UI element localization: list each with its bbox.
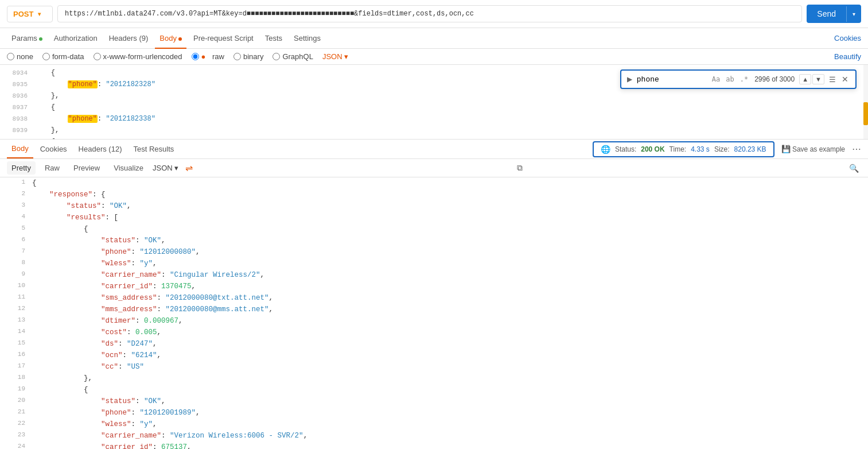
globe-icon: 🌐 — [601, 145, 610, 154]
send-button[interactable]: Send ▾ — [807, 5, 861, 23]
json-line-4: 4 "results": [ — [0, 212, 868, 223]
response-body-container: Pretty Raw Preview Visualize JSON ▾ ⇌ ⧉ … — [0, 159, 868, 449]
tab-authorization[interactable]: Authorization — [49, 28, 102, 48]
json-response-body[interactable]: 1 { 2 "response": { 3 "status": "OK", 4 … — [0, 177, 868, 449]
method-select[interactable]: POST ▾ — [7, 6, 53, 22]
word-wrap-btn[interactable]: ⇌ — [185, 162, 193, 173]
whole-word-btn[interactable]: ab — [724, 75, 735, 84]
json-line-22: 22 "wless": "y", — [0, 419, 868, 430]
tab-body[interactable]: Body — [155, 28, 186, 48]
tab-pre-request[interactable]: Pre-request Script — [189, 28, 258, 48]
json-line-9: 9 "carrier_name": "Cingular Wireless/2", — [0, 269, 868, 281]
resp-tab-body[interactable]: Body — [7, 140, 33, 158]
json-line-10: 10 "carrier_id": 1370475, — [0, 281, 868, 292]
response-meta: 🌐 Status: 200 OK Time: 4.33 s Size: 820.… — [593, 141, 861, 157]
json-line-2: 2 "response": { — [0, 189, 868, 200]
url-input[interactable] — [57, 5, 802, 22]
beautify-button[interactable]: Beautify — [834, 52, 861, 61]
json-line-23: 23 "carrier_name": "Verizon Wireless:600… — [0, 430, 868, 442]
code-line-8940: 8940 { — [0, 136, 868, 139]
radio-urlencoded[interactable]: x-www-form-urlencoded — [94, 52, 182, 61]
json-line-18: 18 }, — [0, 373, 868, 384]
code-line-8937: 8937 { — [0, 102, 868, 113]
json-line-15: 15 "ds": "D247", — [0, 338, 868, 350]
json-line-3: 3 "status": "OK", — [0, 200, 868, 212]
request-tabs: Params Authorization Headers (9) Body Pr… — [0, 28, 868, 49]
resp-tab-test-results[interactable]: Test Results — [129, 140, 178, 158]
body-dot — [178, 37, 182, 41]
json-line-13: 13 "dtimer": 0.000967, — [0, 315, 868, 327]
json-line-12: 12 "mms_address": "2012000080@mms.att.ne… — [0, 304, 868, 315]
json-line-8: 8 "wless": "y", — [0, 258, 868, 269]
url-bar: POST ▾ Send ▾ — [0, 0, 868, 28]
send-dropdown-icon: ▾ — [846, 6, 861, 22]
status-label: Status: — [615, 145, 636, 153]
json-line-19: 19 { — [0, 384, 868, 396]
resp-json-select[interactable]: JSON ▾ — [153, 164, 178, 172]
body-type-bar: none form-data x-www-form-urlencoded ● r… — [0, 49, 868, 65]
request-scrollbar[interactable] — [863, 65, 868, 139]
json-line-24: 24 "carrier_id": 675137, — [0, 442, 868, 449]
radio-graphql[interactable]: GraphQL — [273, 52, 313, 61]
method-label: POST — [13, 10, 33, 18]
search-input[interactable] — [637, 75, 706, 84]
copy-response-btn[interactable]: ⧉ — [515, 162, 525, 174]
cookies-link[interactable]: Cookies — [834, 34, 861, 42]
save-as-example-btn[interactable]: 💾 Save as example — [781, 145, 845, 153]
size-label: Size: — [714, 145, 730, 153]
time-value: 4.33 s — [691, 145, 710, 153]
request-scrollbar-thumb[interactable] — [863, 102, 868, 125]
response-tabs-bar: Body Cookies Headers (12) Test Results 🌐… — [0, 140, 868, 159]
regex-btn[interactable]: .* — [738, 75, 750, 84]
json-line-6: 6 "status": "OK", — [0, 235, 868, 246]
radio-raw[interactable]: ● raw — [192, 52, 224, 61]
code-line-8939: 8939 }, — [0, 125, 868, 136]
json-line-5: 5 { — [0, 223, 868, 235]
tab-settings[interactable]: Settings — [289, 28, 325, 48]
json-dropdown-icon: ▾ — [344, 52, 348, 61]
resp-tab-headers[interactable]: Headers (12) — [74, 140, 127, 158]
search-navigation: ▲ ▼ — [799, 74, 824, 84]
case-sensitive-btn[interactable]: Aa — [710, 75, 722, 84]
search-response-btn[interactable]: 🔍 — [847, 162, 861, 174]
method-dropdown-icon: ▾ — [38, 11, 41, 17]
json-format-select[interactable]: JSON ▾ — [322, 52, 348, 61]
more-options-btn[interactable]: ⋯ — [852, 144, 861, 154]
resp-raw-btn[interactable]: Raw — [40, 161, 64, 175]
response-format-bar: Pretty Raw Preview Visualize JSON ▾ ⇌ ⧉ … — [0, 159, 868, 177]
json-line-14: 14 "cost": 0.005, — [0, 327, 868, 338]
json-line-21: 21 "phone": "12012001989", — [0, 407, 868, 419]
radio-binary[interactable]: binary — [233, 52, 263, 61]
send-label: Send — [807, 5, 846, 23]
code-line-8938: 8938 "phone": "2012182338" — [0, 113, 868, 125]
save-icon: 💾 — [781, 145, 791, 153]
search-close-btn[interactable]: ✕ — [840, 75, 850, 84]
tab-params[interactable]: Params — [7, 28, 47, 48]
tab-tests[interactable]: Tests — [260, 28, 287, 48]
json-line-7: 7 "phone": "12012000080", — [0, 246, 868, 258]
json-line-20: 20 "status": "OK", — [0, 396, 868, 407]
json-line-17: 17 "cc": "US" — [0, 361, 868, 373]
search-count: 2996 of 3000 — [754, 75, 795, 83]
search-menu-icon[interactable]: ☰ — [829, 75, 836, 84]
status-box: 🌐 Status: 200 OK Time: 4.33 s Size: 820.… — [593, 141, 774, 157]
tab-headers[interactable]: Headers (9) — [104, 28, 153, 48]
radio-none[interactable]: none — [7, 52, 33, 61]
json-line-11: 11 "sms_address": "2012000080@txt.att.ne… — [0, 292, 868, 304]
search-box: ▶ Aa ab .* 2996 of 3000 ▲ ▼ ☰ ✕ — [620, 69, 857, 89]
resp-visualize-btn[interactable]: Visualize — [109, 161, 148, 175]
resp-json-dropdown-icon: ▾ — [174, 164, 178, 172]
resp-tab-cookies[interactable]: Cookies — [36, 140, 72, 158]
json-line-1: 1 { — [0, 177, 868, 189]
resp-preview-btn[interactable]: Preview — [69, 161, 104, 175]
json-line-16: 16 "ocn": "6214", — [0, 350, 868, 361]
params-dot — [39, 37, 42, 41]
time-label: Time: — [670, 145, 687, 153]
search-next-btn[interactable]: ▼ — [812, 74, 824, 84]
search-expand-icon: ▶ — [627, 75, 632, 83]
search-prev-btn[interactable]: ▲ — [799, 74, 811, 84]
radio-form-data[interactable]: form-data — [42, 52, 84, 61]
search-options: Aa ab .* — [710, 75, 750, 84]
resp-pretty-btn[interactable]: Pretty — [7, 161, 36, 175]
size-value: 820.23 KB — [734, 145, 766, 153]
